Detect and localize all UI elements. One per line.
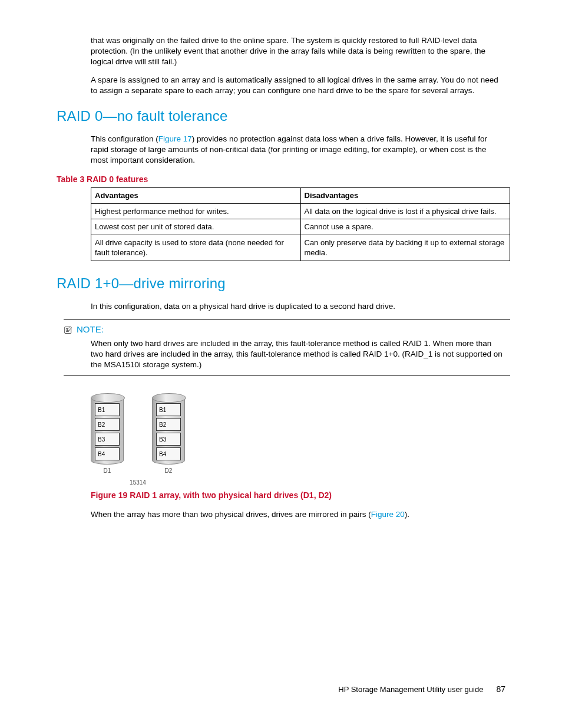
table-header-row: Advantages Disadvantages [91,188,510,204]
cell-disadvantage: All data on the logical drive is lost if… [300,203,510,219]
cell-advantage: All drive capacity is used to store data… [91,235,301,261]
page-footer: HP Storage Management Utility user guide… [338,684,505,695]
figure-code: 15314 [91,479,185,487]
block-b2: B2 [156,418,181,431]
note-label: NOTE: [77,324,104,335]
after-post: ). [405,510,409,519]
block-b4: B4 [156,447,181,460]
link-figure-17[interactable]: Figure 17 [158,134,192,143]
drive-label-d1: D1 [91,467,124,475]
divider-top [64,319,510,320]
after-pre: When the array has more than two physica… [91,510,371,519]
block-b1: B1 [156,403,181,416]
heading-raid0: RAID 0—no fault tolerance [57,107,505,126]
intro-block: that was originally on the failed drive … [91,35,505,96]
link-figure-20[interactable]: Figure 20 [371,510,405,519]
th-advantages: Advantages [91,188,301,204]
block-b2: B2 [95,418,120,431]
raid0-desc-pre: This configuration ( [91,134,158,143]
table-row: Highest performance method for writes. A… [91,203,510,219]
table-row: All drive capacity is used to store data… [91,235,510,261]
figure-raid1-diagram: B1 B2 B3 B4 D1 B1 B2 B3 B4 D2 15314 [91,393,505,486]
block-b1: B1 [95,403,120,416]
drive-d2: B1 B2 B3 B4 D2 [152,393,185,475]
footer-page-number: 87 [496,684,505,695]
footer-title: HP Storage Management Utility user guide [338,684,483,695]
note-body: When only two hard drives are included i… [91,338,505,371]
heading-raid10: RAID 1+0—drive mirroring [57,274,505,293]
drive-d1: B1 B2 B3 B4 D1 [91,393,124,475]
cell-advantage: Highest performance method for writes. [91,203,301,219]
table-row: Lowest cost per unit of stored data. Can… [91,219,510,235]
drive-label-d2: D2 [152,467,185,475]
cell-disadvantage: Cannot use a spare. [300,219,510,235]
raid10-after-figure: When the array has more than two physica… [91,509,505,520]
cell-advantage: Lowest cost per unit of stored data. [91,219,301,235]
table-caption-raid0: Table 3 RAID 0 features [57,174,505,185]
block-b4: B4 [95,447,120,460]
raid0-description: This configuration (Figure 17) provides … [91,134,505,166]
th-disadvantages: Disadvantages [300,188,510,204]
note-icon [64,326,73,334]
cell-disadvantage: Can only preserve data by backing it up … [300,235,510,261]
intro-paragraph-2: A spare is assigned to an array and is a… [91,75,505,96]
block-b3: B3 [156,433,181,446]
table-raid0-features: Advantages Disadvantages Highest perform… [91,187,510,261]
intro-paragraph-1: that was originally on the failed drive … [91,35,505,68]
raid10-description: In this configuration, data on a physica… [91,301,505,312]
divider-bottom [64,375,510,375]
note-header: NOTE: [64,324,505,335]
figure-caption: Figure 19 RAID 1 array, with two physica… [91,490,505,501]
block-b3: B3 [95,433,120,446]
